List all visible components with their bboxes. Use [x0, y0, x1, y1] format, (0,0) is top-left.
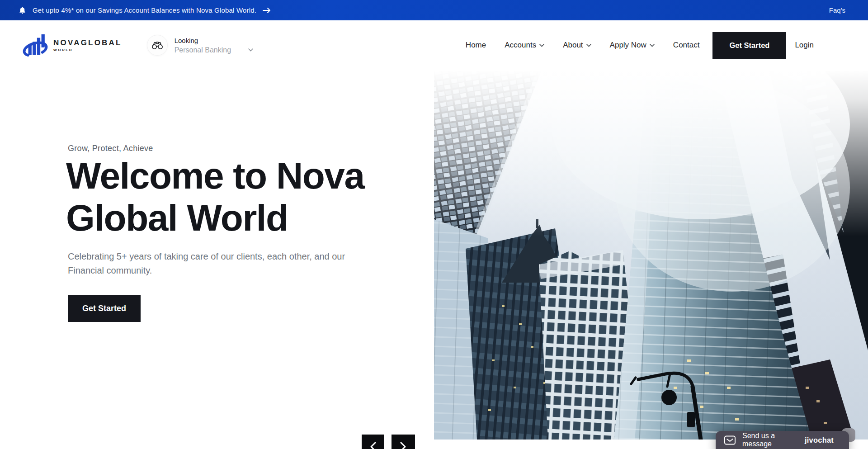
hero-get-started-button[interactable]: Get Started: [68, 295, 141, 322]
main-nav: Home Accounts About Apply Now Contact Ge…: [466, 32, 814, 59]
selector-value: Personal Banking: [175, 46, 231, 54]
announcement-text: Get upto 4%* on our Savings Account Bala…: [33, 6, 256, 14]
login-link[interactable]: Login: [795, 41, 814, 50]
prev-slide-button[interactable]: [362, 435, 384, 449]
nav-item-contact[interactable]: Contact: [673, 41, 700, 50]
site-header: NOVAGLOBAL WORLD Looking Personal Bankin…: [0, 20, 868, 70]
nav-item-accounts[interactable]: Accounts: [505, 41, 544, 50]
chevron-down-icon: [586, 44, 591, 47]
nav-item-home[interactable]: Home: [466, 41, 486, 50]
chevron-down-icon: [248, 48, 253, 52]
hero-skyscraper-image: [434, 70, 868, 440]
faqs-link[interactable]: Faq's: [829, 0, 845, 20]
brand-subname: WORLD: [53, 48, 122, 52]
announcement-link[interactable]: Get upto 4%* on our Savings Account Bala…: [18, 6, 271, 15]
jivochat-logo: jivochat: [805, 436, 834, 444]
hero-eyebrow: Grow, Protect, Achieve: [68, 144, 153, 153]
nav-label: Contact: [673, 41, 700, 50]
logo-icon: [23, 33, 49, 57]
chevron-down-icon: [539, 44, 544, 47]
nav-label: Home: [466, 41, 486, 50]
get-started-button[interactable]: Get Started: [712, 32, 786, 59]
chevron-right-icon: [400, 442, 406, 449]
selector-label: Looking: [175, 37, 253, 44]
binoculars-icon: [147, 35, 168, 56]
chevron-down-icon: [650, 44, 655, 47]
brand-name: NOVAGLOBAL: [53, 39, 122, 47]
hero-title: Welcome to Nova Global World: [66, 155, 364, 239]
hero-title-line1: Welcome to Nova: [66, 155, 364, 196]
hero-description: Celebrating 5+ years of taking care of o…: [68, 250, 375, 278]
nav-label: About: [563, 41, 583, 50]
next-slide-button[interactable]: [392, 435, 415, 449]
nav-label: Apply Now: [610, 41, 646, 50]
banking-type-selector[interactable]: Looking Personal Banking: [147, 35, 253, 56]
chat-message: Send us a message: [742, 432, 798, 448]
chat-widget[interactable]: Send us a message jivochat: [716, 431, 849, 449]
chevron-left-icon: [370, 442, 376, 449]
hero-section: Grow, Protect, Achieve Welcome to Nova G…: [0, 70, 868, 449]
header-divider: [135, 32, 135, 58]
hero-title-line2: Global World: [66, 197, 288, 238]
nav-label: Accounts: [505, 41, 536, 50]
brand-logo[interactable]: NOVAGLOBAL WORLD: [23, 33, 122, 57]
nav-item-apply-now[interactable]: Apply Now: [610, 41, 655, 50]
envelope-icon: [724, 435, 736, 445]
arrow-right-icon: [262, 7, 271, 14]
nav-item-about[interactable]: About: [563, 41, 591, 50]
announcement-bar: Get upto 4%* on our Savings Account Bala…: [0, 0, 868, 20]
bell-icon: [18, 6, 27, 15]
